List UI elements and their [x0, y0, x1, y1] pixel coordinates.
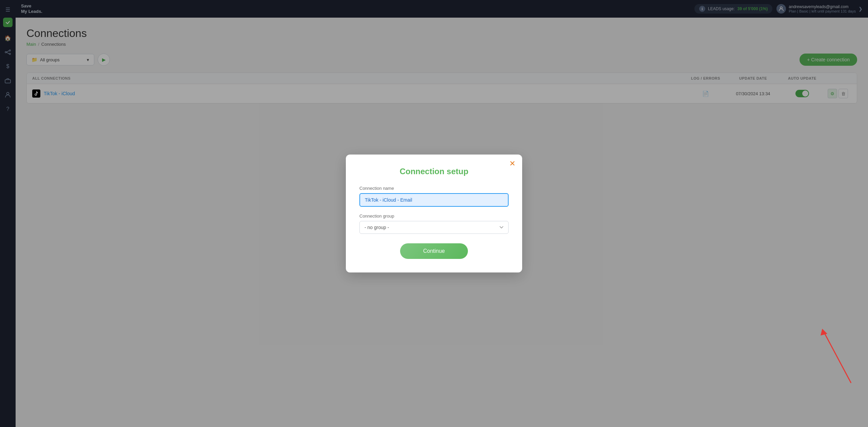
connection-setup-modal: ✕ Connection setup Connection name Conne…: [346, 155, 522, 272]
connection-name-label: Connection name: [359, 186, 509, 191]
connection-name-input[interactable]: [359, 193, 509, 207]
modal-title: Connection setup: [359, 167, 509, 176]
modal-overlay[interactable]: ✕ Connection setup Connection name Conne…: [0, 0, 868, 427]
modal-close-button[interactable]: ✕: [509, 160, 515, 167]
continue-button[interactable]: Continue: [400, 243, 468, 259]
connection-group-group: Connection group - no group -: [359, 214, 509, 234]
connection-name-group: Connection name: [359, 186, 509, 207]
connection-group-select[interactable]: - no group -: [359, 221, 509, 234]
connection-group-label: Connection group: [359, 214, 509, 219]
